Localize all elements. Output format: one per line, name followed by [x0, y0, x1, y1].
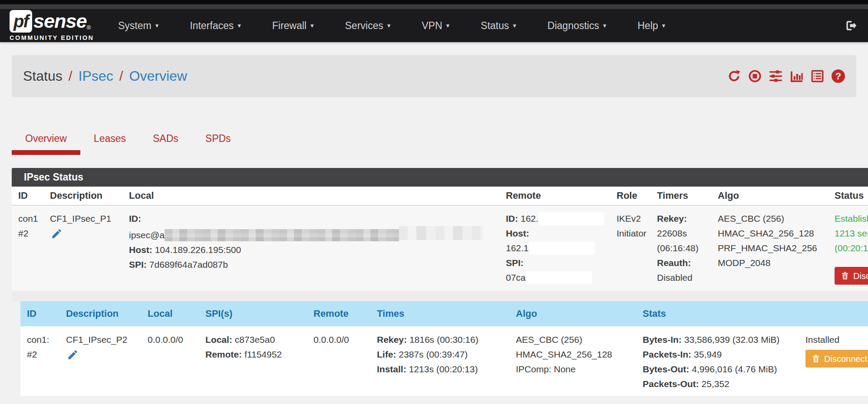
tab-overview[interactable]: Overview	[12, 127, 80, 155]
ipsec-status-panel: IPsec Status ID Description Local Remote…	[12, 168, 868, 396]
packets-out-value: 25,352	[702, 379, 729, 389]
nav-item-status[interactable]: Status▾	[465, 16, 532, 36]
role-line2: Initiator	[617, 226, 653, 241]
nav-item-label: VPN	[422, 20, 442, 32]
local-spi-value: 7d689f64a7ad087b	[149, 259, 228, 269]
col-algo: Algo	[718, 190, 835, 201]
edit-pencil-icon[interactable]	[51, 228, 63, 240]
breadcrumb-separator: /	[69, 68, 73, 84]
tab-sads[interactable]: SADs	[139, 127, 192, 155]
remote-id-label: ID:	[506, 213, 518, 223]
breadcrumb-link-ipsec[interactable]: IPsec	[79, 68, 113, 84]
col-spis: SPI(s)	[205, 308, 314, 319]
nav-item-vpn[interactable]: VPN▾	[406, 16, 465, 36]
chevron-down-icon: ▾	[662, 22, 666, 30]
remote-spi-label: SPI:	[506, 258, 524, 268]
col-algo: Algo	[516, 308, 643, 319]
remote-host-value: 162.1	[506, 243, 529, 253]
col-timers: Timers	[657, 190, 718, 201]
stop-icon[interactable]	[748, 69, 762, 83]
nav-item-system[interactable]: System▾	[102, 16, 174, 36]
nav-item-firewall[interactable]: Firewall▾	[257, 16, 330, 36]
trash-icon	[841, 271, 849, 281]
nav-item-label: Status	[481, 20, 509, 32]
tab-spds[interactable]: SPDs	[192, 127, 244, 155]
child-spis-cell: Local:c873e5a0 Remote:f1154952	[205, 332, 314, 396]
breadcrumb-link-overview[interactable]: Overview	[129, 68, 187, 84]
chevron-down-icon: ▾	[310, 22, 314, 30]
logo-pf-text: pf	[13, 12, 28, 31]
child-stats-cell: Bytes-In:33,586,939 (32.03 MiB) Packets-…	[643, 332, 805, 396]
local-spi-label: SPI:	[129, 259, 147, 269]
bytes-in-value: 33,586,939 (32.03 MiB)	[684, 335, 779, 345]
algo-line: AES_CBC (256)	[516, 332, 638, 347]
redacted-box	[529, 242, 595, 255]
child-remote-cell: 0.0.0.0/0	[314, 332, 377, 396]
tab-leases[interactable]: Leases	[80, 127, 139, 155]
breadcrumb: Status / IPsec / Overview	[23, 68, 187, 84]
nav-item-services[interactable]: Services▾	[330, 16, 406, 36]
remote-id-value: 162.	[521, 213, 538, 223]
redacted-blur	[165, 229, 399, 241]
spi-local-label: Local:	[205, 335, 232, 345]
pfsense-logo[interactable]: pf sense ® COMMUNITY EDITION	[10, 10, 96, 41]
nav-item-label: System	[118, 20, 152, 32]
edit-pencil-icon[interactable]	[67, 349, 79, 361]
child-state-text: Installed	[805, 332, 868, 347]
nav-item-interfaces[interactable]: Interfaces▾	[174, 16, 257, 36]
sign-out-icon[interactable]	[844, 19, 857, 32]
reauth-value: Disabled	[657, 270, 713, 285]
ike-status-cell: Established 1213 seconds (00:20:13) Disc…	[835, 211, 868, 291]
subnav-tabs: Overview Leases SADs SPDs	[12, 127, 244, 155]
ike-table-header: ID Description Local Remote Role Timers …	[12, 187, 868, 206]
ike-id-line1: con1	[18, 211, 46, 226]
bar-chart-icon[interactable]	[790, 69, 803, 83]
col-stats: Stats	[643, 308, 805, 319]
child-description-cell: CF1_IPsec_P2	[66, 332, 148, 396]
nav-item-help[interactable]: Help▾	[622, 16, 681, 36]
times-life-value: 2387s (00:39:47)	[399, 349, 468, 359]
chevron-down-icon: ▾	[238, 22, 241, 30]
ike-timers-cell: Rekey: 22608s (06:16:48) Reauth: Disable…	[657, 211, 718, 291]
ike-remote-cell: ID:162. Host: 162.1 SPI: 07ca	[506, 211, 617, 291]
child-local-cell: 0.0.0.0/0	[148, 332, 205, 396]
help-icon[interactable]: ?	[832, 69, 845, 83]
filter-sliders-icon[interactable]	[769, 69, 782, 83]
col-description: Description	[50, 190, 129, 201]
window-title-strip	[0, 4, 868, 9]
algo-line: MODP_2048	[718, 256, 830, 270]
navbar-menu: System▾ Interfaces▾ Firewall▾ Services▾ …	[102, 16, 844, 36]
nav-item-diagnostics[interactable]: Diagnostics▾	[532, 16, 622, 36]
disconnect-button[interactable]: Disconnect	[805, 350, 868, 368]
refresh-icon[interactable]	[727, 69, 741, 83]
role-line1: IKEv2	[617, 211, 653, 226]
disconnect-button[interactable]: Disconnect	[835, 267, 868, 285]
bytes-out-value: 4,996,016 (4.76 MiB)	[692, 364, 777, 374]
trash-icon	[812, 354, 820, 364]
logo-sense-text: sense	[33, 10, 87, 33]
log-list-icon[interactable]	[811, 69, 824, 83]
times-life-label: Life:	[377, 349, 396, 359]
col-id: ID	[18, 190, 50, 201]
logo-registered-mark: ®	[87, 24, 91, 31]
ike-algo-cell: AES_CBC (256) HMAC_SHA2_256_128 PRF_HMAC…	[718, 211, 835, 291]
child-algo-cell: AES_CBC (256) HMAC_SHA2_256_128 IPComp: …	[516, 332, 643, 396]
rekey-hms: (06:16:48)	[657, 241, 713, 256]
disconnect-button-label: Disconnect	[824, 355, 867, 363]
packets-in-value: 35,949	[694, 349, 722, 359]
ike-id-cell: con1 #2	[18, 211, 50, 291]
status-age: 1213 seconds	[835, 226, 868, 241]
ike-local-cell: ID: ipsec@a Host:104.189.226.195:500 SPI…	[129, 211, 506, 291]
col-description: Description	[66, 308, 148, 319]
nav-item-label: Interfaces	[190, 20, 234, 32]
bytes-out-label: Bytes-Out:	[643, 364, 689, 374]
main-navbar: pf sense ® COMMUNITY EDITION System▾ Int…	[0, 9, 868, 42]
algo-line: PRF_HMAC_SHA2_256	[718, 241, 830, 256]
breadcrumb-section: Status	[23, 68, 63, 84]
chevron-down-icon: ▾	[387, 22, 391, 30]
chevron-down-icon: ▾	[155, 22, 159, 30]
remote-spi-value: 07ca	[506, 273, 526, 282]
algo-line: AES_CBC (256)	[718, 211, 830, 226]
child-description-text: CF1_IPsec_P2	[66, 332, 143, 347]
remote-host-label: Host:	[506, 228, 529, 238]
